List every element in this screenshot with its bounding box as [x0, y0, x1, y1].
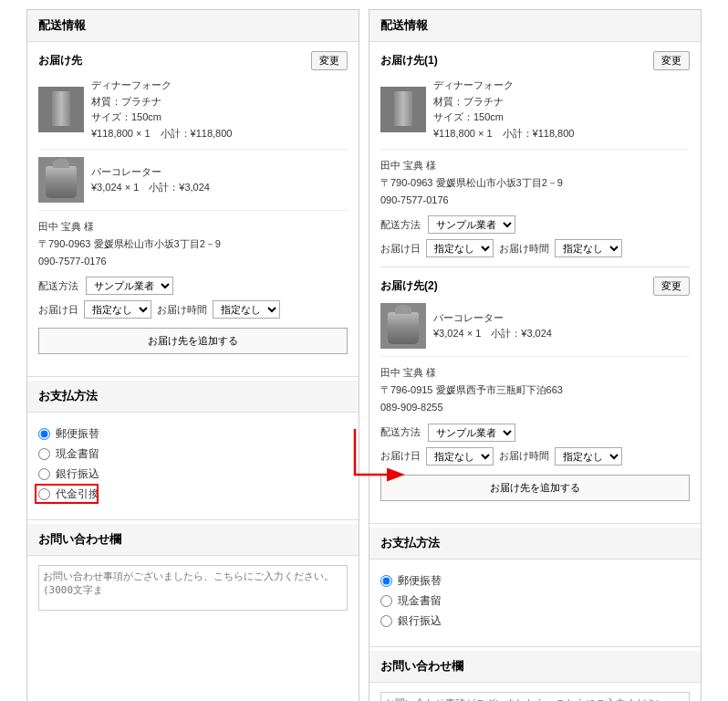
right-dest1-time-label: お届け時間	[499, 242, 549, 256]
left-fork-material: 材質：プラチナ	[91, 94, 232, 110]
left-payment-bank-radio[interactable]	[38, 468, 50, 480]
right-payment-section: 郵便振替 現金書留 銀行振込	[369, 560, 701, 643]
right-dest1-change-button[interactable]: 変更	[653, 51, 690, 70]
left-panel-title: 配送情報	[27, 10, 359, 42]
main-container: 配送情報 お届け先 変更 ディナーフォーク 材質：プラチナ サイズ：150cm …	[26, 9, 702, 701]
left-payment-bank: 銀行振込	[38, 466, 348, 482]
right-payment-cash: 現金書留	[380, 593, 690, 609]
left-fork-price: ¥118,800 × 1 小計：¥118,800	[91, 126, 232, 142]
left-inquiry-textarea[interactable]	[38, 565, 348, 611]
right-dest1-method-row: 配送方法 サンプル業者	[380, 215, 690, 234]
right-dest2-label: お届け先(2)	[380, 278, 438, 294]
right-dest1-label: お届け先(1)	[380, 53, 438, 68]
right-dest2-time-select[interactable]: 指定なし	[555, 447, 622, 466]
left-payment-title: お支払方法	[27, 381, 359, 413]
left-date-row: お届け日 指定なし お届け時間 指定なし	[38, 300, 348, 319]
left-percolator-info: パーコレーター ¥3,024 × 1 小計：¥3,024	[91, 164, 210, 196]
left-payment-cash: 現金書留	[38, 446, 348, 462]
left-address-tel: 090-7577-0176	[38, 253, 348, 270]
left-date-label: お届け日	[38, 303, 78, 317]
right-payment-cash-radio[interactable]	[380, 595, 392, 607]
left-delivery-to-label: お届け先	[38, 53, 82, 68]
right-dest2-percolator: パーコレーター ¥3,024 × 1 小計：¥3,024	[380, 303, 690, 357]
right-payment-postal-radio[interactable]	[380, 575, 392, 587]
left-change-button[interactable]: 変更	[311, 51, 348, 70]
right-fork-size: サイズ：150cm	[433, 110, 574, 126]
left-delivery-method-select[interactable]: サンプル業者	[86, 277, 173, 295]
right-dest1-fork: ディナーフォーク 材質：プラチナ サイズ：150cm ¥118,800 × 1 …	[380, 78, 690, 150]
right-percolator-price: ¥3,024 × 1 小計：¥3,024	[433, 326, 552, 342]
right-fork-material: 材質：プラチナ	[433, 94, 574, 110]
right-inquiry-textarea[interactable]	[380, 692, 690, 702]
right-dest2-name: 田中 宝典 様	[380, 364, 690, 382]
left-percolator-price: ¥3,024 × 1 小計：¥3,024	[91, 180, 210, 196]
left-payment-cod-radio[interactable]	[38, 488, 50, 500]
right-dest2-change-button[interactable]: 変更	[653, 277, 690, 296]
right-dest1-date-label: お届け日	[380, 242, 421, 256]
right-panel: 配送情報 お届け先(1) 変更 ディナーフォーク 材質：プラチナ サイズ：150…	[369, 9, 702, 701]
right-dest1-address: 田中 宝典 様 〒790-0963 愛媛県松山市小坂3丁目2－9 090-757…	[380, 157, 690, 208]
right-dest1-date-row: お届け日 指定なし お届け時間 指定なし	[380, 239, 690, 257]
right-payment-postal-label: 郵便振替	[398, 573, 442, 589]
right-dest1-date-select[interactable]: 指定なし	[426, 239, 494, 257]
right-fork-image	[380, 87, 426, 132]
right-dest2-method-row: 配送方法 サンプル業者	[380, 424, 690, 442]
right-payment-cash-label: 現金書留	[398, 593, 442, 609]
right-dest2-date-select[interactable]: 指定なし	[426, 447, 494, 466]
right-inquiry-title: お問い合わせ欄	[369, 651, 701, 683]
right-dest1-method-select[interactable]: サンプル業者	[428, 215, 515, 234]
right-dest2-date-label: お届け日	[380, 449, 421, 463]
right-percolator-name: パーコレーター	[433, 310, 552, 327]
left-delivery-method-row: 配送方法 サンプル業者	[38, 277, 348, 295]
right-payment-postal: 郵便振替	[380, 573, 690, 589]
left-date-select[interactable]: 指定なし	[84, 300, 151, 319]
right-payment-bank: 銀行振込	[380, 613, 690, 629]
right-dest2-zip: 〒796-0915 愛媛県西予市三瓶町下泊663	[380, 382, 690, 399]
right-delivery-section: お届け先(1) 変更 ディナーフォーク 材質：プラチナ サイズ：150cm ¥1…	[369, 42, 701, 519]
right-dest1-header: お届け先(1) 変更	[380, 51, 690, 70]
right-add-address-button[interactable]: お届け先を追加する	[380, 475, 690, 501]
right-dest2-header: お届け先(2) 変更	[380, 277, 690, 296]
left-fork-image	[38, 87, 84, 132]
left-product-percolator: パーコレーター ¥3,024 × 1 小計：¥3,024	[38, 157, 348, 211]
right-dest2-method-label: 配送方法	[380, 425, 421, 439]
right-dest1-tel: 090-7577-0176	[380, 192, 690, 209]
left-address-name: 田中 宝典 様	[38, 218, 348, 235]
right-dest1-zip: 〒790-0963 愛媛県松山市小坂3丁目2－9	[380, 174, 690, 192]
left-payment-cash-radio[interactable]	[38, 448, 50, 460]
right-fork-price: ¥118,800 × 1 小計：¥118,800	[433, 126, 574, 142]
left-payment-bank-label: 銀行振込	[56, 466, 99, 482]
right-dest1-name: 田中 宝典 様	[380, 157, 690, 174]
left-payment-cod-label: 代金引換	[56, 487, 99, 502]
left-payment-postal: 郵便振替	[38, 426, 348, 442]
right-payment-bank-radio[interactable]	[380, 615, 392, 627]
left-inquiry-section	[27, 556, 359, 623]
right-payment-bank-label: 銀行振込	[398, 613, 442, 629]
right-inquiry-section	[369, 683, 701, 702]
right-payment-title: お支払方法	[369, 528, 701, 560]
right-dest2-tel: 089-909-8255	[380, 399, 690, 416]
left-time-select[interactable]: 指定なし	[213, 300, 280, 319]
left-payment-postal-radio[interactable]	[38, 428, 50, 440]
left-product-fork: ディナーフォーク 材質：プラチナ サイズ：150cm ¥118,800 × 1 …	[38, 78, 348, 150]
right-dest2-date-row: お届け日 指定なし お届け時間 指定なし	[380, 447, 690, 466]
right-dest2-method-select[interactable]: サンプル業者	[428, 424, 515, 442]
left-address: 田中 宝典 様 〒790-0963 愛媛県松山市小坂3丁目2－9 090-757…	[38, 218, 348, 269]
left-inquiry-title: お問い合わせ欄	[27, 524, 359, 556]
left-payment-cash-label: 現金書留	[56, 446, 99, 462]
right-dest2-time-label: お届け時間	[499, 449, 549, 463]
left-address-zip: 〒790-0963 愛媛県松山市小坂3丁目2－9	[38, 235, 348, 253]
left-payment-postal-label: 郵便振替	[56, 426, 99, 442]
left-delivery-method-label: 配送方法	[38, 279, 78, 293]
right-percolator-image	[380, 303, 426, 349]
left-payment-section: 郵便振替 現金書留 銀行振込 代金引換	[27, 413, 359, 516]
left-delivery-section: お届け先 変更 ディナーフォーク 材質：プラチナ サイズ：150cm ¥118,…	[27, 42, 359, 372]
right-panel-title: 配送情報	[369, 10, 701, 42]
left-delivery-header: お届け先 変更	[38, 51, 348, 70]
right-dest1-time-select[interactable]: 指定なし	[555, 239, 622, 257]
left-add-address-button[interactable]: お届け先を追加する	[38, 328, 348, 354]
left-time-label: お届け時間	[157, 303, 207, 317]
right-dest2-address: 田中 宝典 様 〒796-0915 愛媛県西予市三瓶町下泊663 089-909…	[380, 364, 690, 415]
right-percolator-info: パーコレーター ¥3,024 × 1 小計：¥3,024	[433, 310, 552, 342]
right-fork-info: ディナーフォーク 材質：プラチナ サイズ：150cm ¥118,800 × 1 …	[433, 78, 574, 141]
